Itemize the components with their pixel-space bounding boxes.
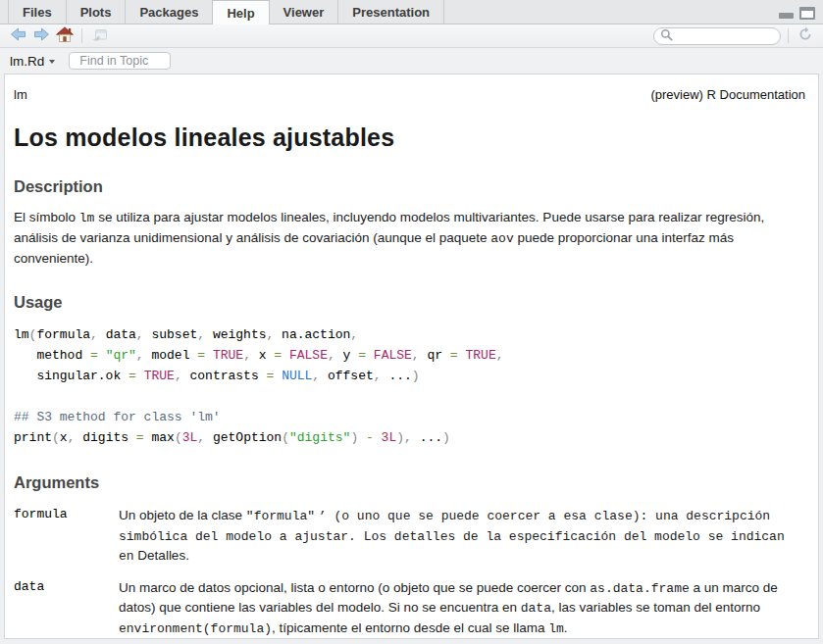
search-icon: [660, 27, 673, 45]
argument-description: Un marco de datos opcional, lista o ento…: [119, 578, 805, 639]
show-in-new-window-button[interactable]: [89, 27, 109, 45]
usage-code-line: lm(formula, data, subset, weights, na.ac…: [14, 324, 805, 345]
topic-selector-label: lm.Rd: [10, 54, 44, 69]
refresh-button[interactable]: [796, 27, 815, 45]
forward-arrow-icon: [33, 27, 50, 45]
tab-files-label: Files: [23, 5, 52, 20]
back-button[interactable]: [8, 27, 27, 45]
doc-header: lm (preview) R Documentation: [14, 87, 805, 102]
usage-code-line: [14, 386, 805, 407]
argument-name: formula: [14, 506, 119, 567]
maximize-icon[interactable]: [799, 7, 815, 20]
minimize-icon[interactable]: [779, 13, 794, 19]
find-in-topic-box[interactable]: [69, 52, 171, 70]
tab-plots[interactable]: Plots: [67, 0, 127, 24]
topic-selector[interactable]: lm.Rd: [10, 54, 55, 69]
description-heading: Description: [14, 177, 805, 196]
usage-code-block: lm(formula, data, subset, weights, na.ac…: [14, 324, 805, 448]
usage-code-line: singular.ok = TRUE, contrasts = NULL, of…: [14, 366, 805, 386]
show-in-new-window-icon: [91, 26, 108, 45]
doc-topic: lm: [14, 87, 27, 102]
doc-type-label: (preview) R Documentation: [650, 87, 805, 102]
tab-plots-label: Plots: [80, 5, 112, 20]
tab-presentation-label: Presentation: [352, 5, 430, 20]
chevron-down-icon: [49, 60, 55, 64]
back-arrow-icon: [10, 27, 26, 45]
tab-packages-label: Packages: [139, 5, 198, 20]
help-search-box[interactable]: [653, 27, 781, 45]
usage-code-line: method = "qr", model = TRUE, x = FALSE, …: [14, 345, 805, 366]
tab-presentation[interactable]: Presentation: [338, 0, 444, 24]
page-title: Los modelos lineales ajustables: [14, 124, 805, 152]
help-content[interactable]: lm (preview) R Documentation Los modelos…: [4, 74, 819, 639]
tab-files[interactable]: Files: [8, 0, 67, 24]
argument-row: data Un marco de datos opcional, lista o…: [14, 578, 805, 639]
forward-button[interactable]: [31, 27, 51, 45]
tab-viewer-label: Viewer: [283, 5, 325, 20]
home-icon: [56, 26, 74, 46]
tab-packages[interactable]: Packages: [126, 0, 213, 24]
arguments-heading: Arguments: [14, 473, 805, 492]
refresh-icon: [797, 26, 813, 46]
tab-help[interactable]: Help: [212, 0, 269, 25]
pane-window-controls: [779, 7, 815, 20]
usage-heading: Usage: [14, 293, 805, 312]
description-paragraph: El símbolo lm se utiliza para ajustar mo…: [14, 208, 805, 268]
find-in-topic-input[interactable]: [79, 54, 162, 68]
help-topic-bar: lm.Rd: [0, 48, 823, 74]
usage-code-line: print(x, digits = max(3L, getOption("dig…: [14, 427, 805, 448]
help-toolbar: [0, 25, 823, 48]
toolbar-separator: [81, 28, 82, 43]
arguments-table: formula Un objeto de la clase "formula" …: [14, 506, 805, 639]
argument-description: Un objeto de la clase "formula" ’ (o uno…: [119, 506, 805, 567]
tab-help-label: Help: [227, 6, 254, 21]
pane-tabbar: Files Plots Packages Help Viewer Present…: [0, 0, 823, 25]
argument-row: formula Un objeto de la clase "formula" …: [14, 506, 805, 567]
tab-viewer[interactable]: Viewer: [270, 0, 339, 24]
toolbar-separator: [788, 28, 789, 43]
home-button[interactable]: [55, 27, 75, 45]
argument-name: data: [14, 578, 119, 639]
usage-code-line: ## S3 method for class 'lm': [14, 407, 805, 427]
search-input[interactable]: [676, 29, 774, 43]
